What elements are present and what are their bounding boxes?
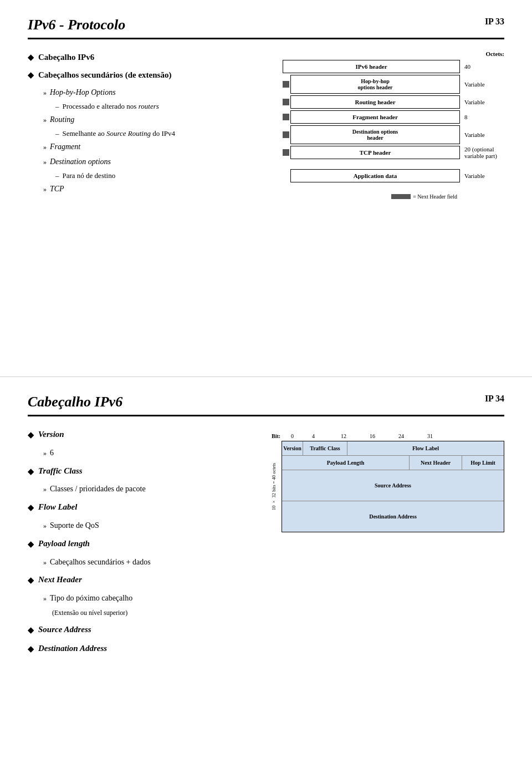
diamond-payload: ◆ <box>28 538 34 551</box>
diamond-nexthdr: ◆ <box>28 574 34 587</box>
bit-16: 16 <box>370 433 398 439</box>
diamond-srcaddr: ◆ <box>28 624 34 637</box>
diag-row-tcphdr: TCP header 20 (optional variable part) <box>283 146 504 159</box>
subsub-routing: – Semelhante ao Source Routing do IPv4 <box>55 128 260 140</box>
page2-content: ◆ Version » 6 ◆ Traffic Class » Classes … <box>28 428 504 660</box>
sub-item-fragment-label: Fragment <box>50 141 80 153</box>
bullet-traffic: ◆ Traffic Class <box>28 464 244 479</box>
cell-destination-address: Destination Address <box>282 501 504 532</box>
bullet-flow-label: Flow Label <box>38 500 77 515</box>
sub-item-fragment: » Fragment <box>43 141 260 153</box>
diag-row-fragment: Fragment header 8 <box>283 110 504 124</box>
content-area-1: ◆ Cabeçalho IPv6 ◆ Cabeçalhos secundário… <box>28 50 504 200</box>
diamond-flow: ◆ <box>28 501 34 515</box>
subsub-dest-item: – Para nó de destino <box>55 170 260 182</box>
diag-val-routing: Variable <box>460 99 504 105</box>
octets-label: Octets: <box>283 50 504 57</box>
diamond-version: ◆ <box>28 429 34 442</box>
diag-row-hop: Hop-by-hopoptions header Variable <box>283 75 504 94</box>
subsub-routing-item: – Semelhante ao Source Routing do IPv4 <box>55 128 260 140</box>
traffic-desc: Classes / prioridades de pacote <box>50 482 146 496</box>
bullet-payload-label: Payload length <box>38 537 90 551</box>
sub-flow: » Suporte de QoS <box>43 519 244 532</box>
dark-bar-tcp <box>283 149 289 156</box>
grid-container: 10 × 32 bits = 40 octets Version Traffic… <box>266 441 504 532</box>
sub-item-hop-label: Hop-by-Hop Options <box>50 87 116 99</box>
sub-nexthdr: » Tipo do póximo cabeçalho (Extensão ou … <box>43 592 244 618</box>
arrow-icon-hop: » <box>43 88 47 98</box>
bullet-version: ◆ Version <box>28 428 244 442</box>
vertical-label-container: 10 × 32 bits = 40 octets <box>266 441 282 532</box>
sub-item-tcp: » TCP <box>43 183 260 195</box>
page-1: IP 33 IPv6 - Protocolo ◆ Cabeçalho IPv6 … <box>0 0 532 377</box>
diag-val-hop: Variable <box>460 81 504 88</box>
subsub-routing-text: Semelhante ao Source Routing do IPv4 <box>63 128 176 140</box>
dark-bar-fragment <box>283 114 289 120</box>
bullet-dstaddr-label: Destination Address <box>38 642 107 656</box>
sub-payload-item: » Cabeçalhos secundários + dados <box>43 556 244 569</box>
sub-version-6: » 6 <box>43 446 244 460</box>
arrow-flow: » <box>43 520 47 531</box>
arrow-icon-dest: » <box>43 157 47 167</box>
diag-box-appdata: Application data <box>290 169 460 182</box>
page2-right: Bit: 0 4 12 16 24 31 10 × 32 bits = 40 o… <box>266 428 504 660</box>
vertical-label: 10 × 32 bits = 40 octets <box>271 463 277 510</box>
payload-desc: Cabeçalhos secundários + dados <box>50 556 151 569</box>
bit-24: 24 <box>398 433 427 439</box>
right-diagram-1: Octets: IPv6 header 40 Hop-by-hopoptions… <box>283 50 504 200</box>
diag-val-tcp: 20 (optional variable part) <box>460 146 504 159</box>
diag-row-appdata: Application data Variable <box>283 169 504 182</box>
sub-nexthdr-item: » Tipo do póximo cabeçalho <box>43 592 244 605</box>
dash-icon-3: – <box>55 170 59 182</box>
dark-bar-hop <box>283 81 289 88</box>
diag-val-fragment: 8 <box>460 114 504 120</box>
bullet-secundarios-label: Cabeçalhos secundários (de extensão) <box>38 68 171 82</box>
cell-flow-label: Flow Label <box>347 441 504 455</box>
diag-box-destopts: Destination optionsheader <box>290 125 460 144</box>
bit-31: 31 <box>427 433 433 439</box>
left-content-1: ◆ Cabeçalho IPv6 ◆ Cabeçalhos secundário… <box>28 50 260 200</box>
grid-row-3: Source Address <box>282 470 504 501</box>
bit-label: Bit: <box>272 433 291 439</box>
diagram-top: Octets: IPv6 header 40 Hop-by-hopoptions… <box>283 50 504 200</box>
sub-item-dest-label: Destination options <box>50 156 111 168</box>
bit-12: 12 <box>341 433 370 439</box>
arrow-traffic: » <box>43 484 47 495</box>
nexthdr-desc: Tipo do póximo cabeçalho <box>50 592 132 605</box>
arrow-payload: » <box>43 557 47 568</box>
diag-val-ipv6: 40 <box>460 63 504 70</box>
bullet-payload: ◆ Payload length <box>28 537 244 551</box>
arrow-version: » <box>43 447 47 459</box>
sub-version: » 6 <box>43 446 244 460</box>
page-title-2: Cabeçalho IPv6 <box>28 394 504 410</box>
dash-icon-2: – <box>55 128 59 140</box>
subsub-dest: – Para nó de destino <box>55 170 260 182</box>
grid-row-2: Payload Length Next Header Hop Limit <box>282 456 504 470</box>
subsub-hop-item: – Processado e alterado nos routers <box>55 101 260 113</box>
cell-traffic-class: Traffic Class <box>303 441 347 455</box>
bullet-version-label: Version <box>38 428 64 442</box>
dark-bar-routing <box>283 99 289 105</box>
bullet-cabecalho: ◆ Cabeçalho IPv6 <box>28 50 260 64</box>
bit-0: 0 <box>291 433 312 439</box>
bullet-secundarios: ◆ Cabeçalhos secundários (de extensão) <box>28 68 260 82</box>
diag-row-destopts: Destination optionsheader Variable <box>283 125 504 144</box>
bullet-traffic-label: Traffic Class <box>38 464 83 479</box>
page-number-1: IP 33 <box>485 17 504 27</box>
diag-row-routing: Routing header Variable <box>283 95 504 109</box>
title-underline-2 <box>28 415 504 416</box>
page-number-2: IP 34 <box>485 394 504 404</box>
bullet-srcaddr-label: Source Address <box>38 623 91 637</box>
diag-val-destopts: Variable <box>460 131 504 138</box>
bit-4: 4 <box>312 433 341 439</box>
diag-box-ipv6: IPv6 header <box>283 60 460 73</box>
diag-val-appdata: Variable <box>460 172 504 179</box>
sub-traffic-item: » Classes / prioridades de pacote <box>43 482 244 496</box>
dark-bar-destopts <box>283 131 289 138</box>
grid-row-1: Version Traffic Class Flow Label <box>282 441 504 456</box>
diag-box-routing: Routing header <box>290 95 460 109</box>
sub-payload: » Cabeçalhos secundários + dados <box>43 556 244 569</box>
page-title-1: IPv6 - Protocolo <box>28 17 504 33</box>
sub-nexthdr-note: (Extensão ou nível superior) <box>43 607 244 618</box>
grid-row-4: Destination Address <box>282 501 504 532</box>
